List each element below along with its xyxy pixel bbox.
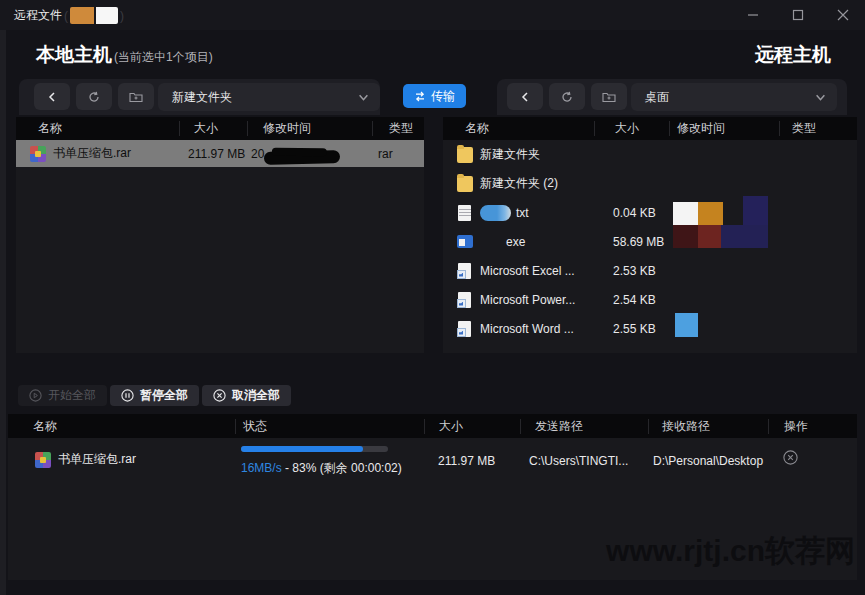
mosaic-block [743, 196, 768, 225]
remote-new-folder-button[interactable] [591, 83, 627, 110]
table-row[interactable]: 新建文件夹 [443, 140, 857, 169]
local-new-folder-button[interactable] [118, 83, 154, 110]
window-title-text: 远程文件 [14, 7, 62, 24]
local-path-dropdown[interactable]: 新建文件夹 [158, 83, 380, 111]
remote-back-button[interactable] [507, 83, 543, 110]
sync-arrows-icon [414, 91, 426, 102]
chevron-down-icon [358, 92, 369, 103]
paren-open: ( [64, 9, 68, 23]
transfer-row[interactable]: 书单压缩包.rar 16MB/s - 83% (剩余 00:00:02) 211… [8, 438, 857, 484]
file-name: Microsoft Excel ... [480, 264, 575, 278]
close-button[interactable] [820, 0, 865, 30]
table-row[interactable]: Microsoft Excel ... 2.53 KB [443, 256, 857, 285]
chevron-left-icon [47, 92, 57, 102]
refresh-icon [88, 91, 100, 103]
file-name: txt [516, 206, 529, 220]
mosaic-block [698, 225, 723, 248]
transfer-status-rest: - 83% (剩余 00:00:02) [282, 461, 402, 475]
cancel-all-label: 取消全部 [232, 387, 280, 404]
column-header-size[interactable]: 大小 [179, 121, 247, 136]
table-row[interactable]: Microsoft Power... 2.54 KB [443, 285, 857, 314]
text-file-icon [457, 205, 473, 221]
file-size: 2.54 KB [594, 293, 669, 307]
table-row-selected[interactable]: 书单压缩包.rar 211.97 MB 20 rar [16, 140, 424, 167]
column-header-send-path: 发送路径 [520, 419, 648, 434]
pause-all-label: 暂停全部 [140, 387, 188, 404]
transfer-file-name: 书单压缩包.rar [58, 451, 136, 468]
file-size: 211.97 MB [179, 147, 247, 161]
shortcut-file-icon [457, 292, 473, 308]
column-header-name[interactable]: 名称 [16, 121, 179, 136]
chevron-down-icon [815, 92, 826, 103]
column-header-receive-path: 接收路径 [648, 419, 768, 434]
transfer-status: 16MB/s - 83% (剩余 00:00:02) [241, 460, 402, 477]
mosaic-block [673, 202, 698, 225]
transfer-speed: 16MB/s [241, 461, 282, 475]
column-header-name[interactable]: 名称 [443, 121, 594, 136]
start-all-button: 开始全部 [18, 385, 107, 406]
transfer-button[interactable]: 传输 [403, 84, 466, 108]
cancel-transfer-button[interactable] [783, 450, 798, 468]
remote-host-title: 远程主机 [755, 42, 831, 68]
mosaic-block [675, 313, 698, 337]
column-header-action: 操作 [768, 419, 857, 434]
window-title: 远程文件 ( ) [14, 7, 124, 24]
paren-close: ) [120, 9, 124, 23]
new-folder-icon [129, 91, 143, 103]
local-toolbar: 新建文件夹 [19, 79, 380, 115]
window-edge [0, 30, 6, 595]
file-modified: 20 [247, 147, 372, 161]
folder-icon [457, 147, 473, 163]
local-refresh-button[interactable] [76, 83, 112, 110]
executable-icon [457, 235, 473, 248]
column-header-size[interactable]: 大小 [594, 121, 669, 136]
local-back-button[interactable] [34, 83, 70, 110]
chevron-left-icon [520, 92, 530, 102]
table-row[interactable]: exe 58.69 MB [443, 227, 857, 256]
local-path-value: 新建文件夹 [172, 89, 232, 106]
column-header-status: 状态 [235, 419, 424, 434]
titlebar: 远程文件 ( ) [0, 0, 865, 30]
winrar-archive-icon [35, 452, 51, 468]
local-table-header: 名称 大小 修改时间 类型 [16, 117, 424, 140]
censored-filename-blob [480, 205, 511, 221]
window-controls [730, 0, 865, 30]
cancel-all-button[interactable]: 取消全部 [202, 385, 291, 406]
column-header-type[interactable]: 类型 [779, 121, 857, 136]
mosaic-block [721, 225, 768, 248]
winrar-archive-icon [30, 146, 46, 162]
minimize-button[interactable] [730, 0, 775, 30]
column-header-size: 大小 [424, 419, 520, 434]
file-name: 新建文件夹 [480, 146, 540, 163]
transfer-size: 211.97 MB [438, 454, 495, 468]
table-row[interactable]: 新建文件夹 (2) [443, 169, 857, 198]
table-row[interactable]: Microsoft Word ... 2.55 KB [443, 314, 857, 343]
redaction-scribble [264, 150, 340, 165]
file-size: 0.04 KB [594, 206, 669, 220]
file-name: 新建文件夹 (2) [480, 175, 558, 192]
maximize-button[interactable] [775, 0, 820, 30]
pause-all-button[interactable]: 暂停全部 [110, 385, 199, 406]
shortcut-file-icon [457, 263, 473, 279]
remote-path-dropdown[interactable]: 桌面 [631, 83, 837, 111]
file-size: 2.53 KB [594, 264, 669, 278]
column-header-modified[interactable]: 修改时间 [669, 121, 779, 136]
selection-info: (当前选中1个项目) [114, 49, 213, 66]
censored-title-block-orange [70, 7, 94, 24]
transfer-button-label: 传输 [431, 88, 455, 105]
remote-toolbar: 桌面 [497, 79, 847, 115]
column-header-type[interactable]: 类型 [372, 121, 424, 136]
file-name: Microsoft Word ... [480, 322, 574, 336]
file-name: Microsoft Power... [480, 293, 575, 307]
remote-file-table: 名称 大小 修改时间 类型 新建文件夹 新建文件夹 (2) txt 0.04 K… [443, 117, 857, 353]
play-circle-icon [29, 389, 42, 402]
cancel-circle-icon [783, 450, 798, 465]
transfer-table-header: 名称 状态 大小 发送路径 接收路径 操作 [8, 414, 857, 438]
remote-table-header: 名称 大小 修改时间 类型 [443, 117, 857, 140]
remote-refresh-button[interactable] [549, 83, 585, 110]
remote-file-transfer-window: 远程文件 ( ) 本地主机 (当前选中1个项目) 远程主机 [0, 0, 865, 595]
column-header-modified[interactable]: 修改时间 [247, 121, 372, 136]
file-name: 书单压缩包.rar [53, 145, 131, 162]
table-row[interactable]: txt 0.04 KB [443, 198, 857, 227]
start-all-label: 开始全部 [48, 387, 96, 404]
